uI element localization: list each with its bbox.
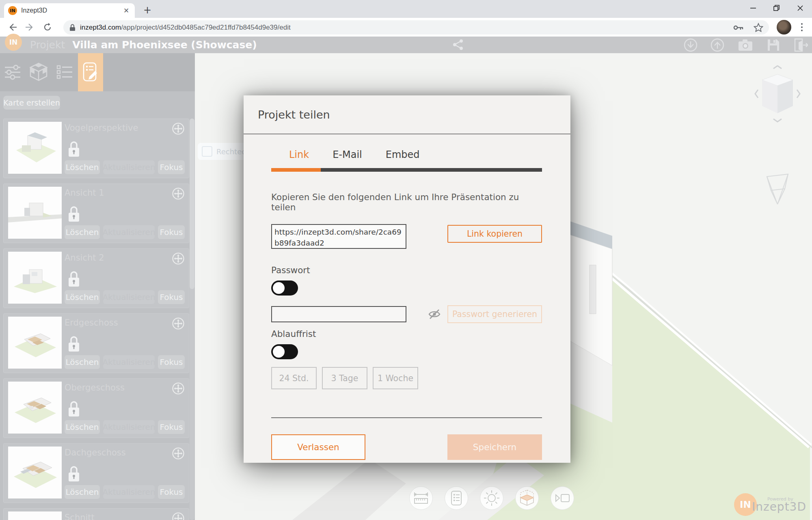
- orientation-cube[interactable]: [753, 65, 802, 142]
- bookmark-star-icon[interactable]: [754, 23, 763, 32]
- tool-cards-editor[interactable]: [78, 53, 103, 91]
- move-view-icon[interactable]: [172, 252, 185, 265]
- https-lock-icon: [69, 24, 76, 32]
- perspective-frustum-icon[interactable]: [761, 171, 794, 207]
- expiry-24h-button[interactable]: 24 Std.: [271, 367, 317, 389]
- delete-view-button[interactable]: Löschen: [65, 355, 100, 369]
- browser-profile-avatar[interactable]: [777, 20, 791, 35]
- view-thumbnail: [8, 122, 62, 174]
- focus-view-button[interactable]: Fokus: [158, 290, 185, 304]
- password-key-icon[interactable]: [733, 24, 744, 32]
- walkthrough-camera-button[interactable]: [551, 486, 574, 510]
- view-thumbnail: [8, 317, 62, 369]
- update-view-button[interactable]: Aktualisieren: [103, 420, 155, 434]
- password-visibility-icon[interactable]: [428, 308, 441, 320]
- password-label: Passwort: [271, 265, 542, 275]
- move-view-icon[interactable]: [172, 187, 185, 200]
- back-button[interactable]: [6, 20, 19, 34]
- views-sidebar: Karte erstellen Vogelperspektive Löschen…: [0, 53, 195, 520]
- view-card-title: Ansicht 2: [65, 253, 104, 263]
- sidebar-scrollbar-thumb[interactable]: [190, 119, 194, 289]
- sun-icon: [483, 490, 500, 507]
- view-card-dachgeschoss[interactable]: Dachgeschoss Löschen Aktualisieren Fokus: [3, 443, 189, 503]
- url-bar[interactable]: inzept3d.com/app/project/d452db0485ac79e…: [63, 20, 769, 35]
- view-card-erdgeschoss[interactable]: Erdgeschoss Löschen Aktualisieren Fokus: [3, 313, 189, 373]
- update-view-button[interactable]: Aktualisieren: [103, 485, 155, 499]
- window-close-button[interactable]: [788, 0, 812, 16]
- create-card-button[interactable]: Karte erstellen: [3, 96, 60, 110]
- tool-list[interactable]: [52, 53, 77, 91]
- list-icon: [55, 63, 74, 82]
- view-card-obergeschoss[interactable]: Obergeschoss Löschen Aktualisieren Fokus: [3, 378, 189, 438]
- browser-tab[interactable]: IN Inzept3D ✕: [4, 3, 135, 18]
- cube-up-chevron: [773, 66, 782, 69]
- update-view-button[interactable]: Aktualisieren: [103, 225, 155, 239]
- tool-settings-sliders[interactable]: [0, 53, 25, 91]
- update-view-button[interactable]: Aktualisieren: [103, 355, 155, 369]
- move-view-icon[interactable]: [172, 447, 185, 460]
- delete-view-button[interactable]: Löschen: [65, 290, 100, 304]
- browser-menu-button[interactable]: [797, 21, 807, 33]
- focus-view-button[interactable]: Fokus: [158, 160, 185, 174]
- share-icon[interactable]: [451, 38, 467, 54]
- modal-divider: [271, 417, 542, 418]
- view-card-title: Erdgeschoss: [65, 318, 118, 328]
- copy-link-button[interactable]: Link kopieren: [447, 225, 542, 243]
- download-icon[interactable]: [683, 37, 698, 53]
- update-view-button[interactable]: Aktualisieren: [103, 290, 155, 304]
- tab-email[interactable]: E-Mail: [333, 149, 362, 160]
- new-tab-button[interactable]: +: [141, 4, 153, 16]
- update-view-button[interactable]: Aktualisieren: [103, 160, 155, 174]
- window-minimize-button[interactable]: [741, 0, 765, 16]
- save-icon[interactable]: [766, 37, 781, 53]
- lock-icon: [67, 400, 81, 418]
- sun-light-button[interactable]: [480, 486, 503, 510]
- screenshot-camera-icon[interactable]: [737, 37, 753, 53]
- move-view-icon[interactable]: [172, 382, 185, 395]
- move-view-icon[interactable]: [172, 317, 185, 330]
- focus-view-button[interactable]: Fokus: [158, 355, 185, 369]
- view-card-ansicht-1[interactable]: Ansicht 1 Löschen Aktualisieren Fokus: [3, 183, 189, 243]
- focus-view-button[interactable]: Fokus: [158, 225, 185, 239]
- window-restore-button[interactable]: [765, 0, 788, 16]
- notes-tool-button[interactable]: [445, 486, 468, 510]
- tab-close-icon[interactable]: ✕: [122, 6, 131, 15]
- tool-materials-cube[interactable]: [26, 53, 51, 91]
- password-toggle[interactable]: [271, 280, 298, 296]
- measure-tool-button[interactable]: [409, 486, 433, 510]
- password-input[interactable]: [271, 306, 406, 322]
- exit-icon[interactable]: [793, 37, 808, 53]
- forward-button[interactable]: [23, 20, 37, 34]
- delete-view-button[interactable]: Löschen: [65, 420, 100, 434]
- delete-view-button[interactable]: Löschen: [65, 160, 100, 174]
- focus-view-button[interactable]: Fokus: [158, 420, 185, 434]
- expiry-toggle[interactable]: [271, 344, 298, 359]
- tab-embed[interactable]: Embed: [386, 149, 420, 160]
- delete-view-button[interactable]: Löschen: [65, 225, 100, 239]
- tab-link[interactable]: Link: [289, 149, 309, 160]
- view-card-ansicht-2[interactable]: Ansicht 2 Löschen Aktualisieren Fokus: [3, 248, 189, 308]
- move-view-icon[interactable]: [172, 122, 185, 135]
- lock-icon: [67, 205, 81, 223]
- view-card-title: Vogelperspektive: [65, 123, 138, 133]
- project-label: Projekt: [30, 39, 65, 51]
- delete-view-button[interactable]: Löschen: [65, 485, 100, 499]
- view-thumbnail: [8, 382, 62, 434]
- project-title-bar: Projekt Villa am Phoenixsee (Showcase): [30, 39, 257, 51]
- expiry-3d-button[interactable]: 3 Tage: [322, 367, 367, 389]
- expiry-1w-button[interactable]: 1 Woche: [373, 367, 418, 389]
- view-card-vogelperspektive[interactable]: Vogelperspektive Löschen Aktualisieren F…: [3, 119, 189, 178]
- browser-tab-strip: IN Inzept3D ✕ +: [0, 0, 812, 18]
- rect-cut-icon: [202, 146, 212, 157]
- leave-button[interactable]: Verlassen: [271, 434, 365, 460]
- move-view-icon[interactable]: [172, 512, 185, 520]
- upload-icon[interactable]: [710, 37, 725, 53]
- view-card-title: Obergeschoss: [65, 383, 125, 393]
- generate-password-button[interactable]: Passwort generieren: [447, 305, 542, 323]
- floor-select-button[interactable]: [515, 486, 539, 510]
- share-link-field[interactable]: https://inzept3d.com/share/2ca69b89fa3da…: [271, 224, 406, 249]
- reload-button[interactable]: [41, 20, 54, 34]
- save-button[interactable]: Speichern: [447, 434, 542, 460]
- view-card-schnitt[interactable]: Schnitt: [3, 508, 189, 520]
- focus-view-button[interactable]: Fokus: [158, 485, 185, 499]
